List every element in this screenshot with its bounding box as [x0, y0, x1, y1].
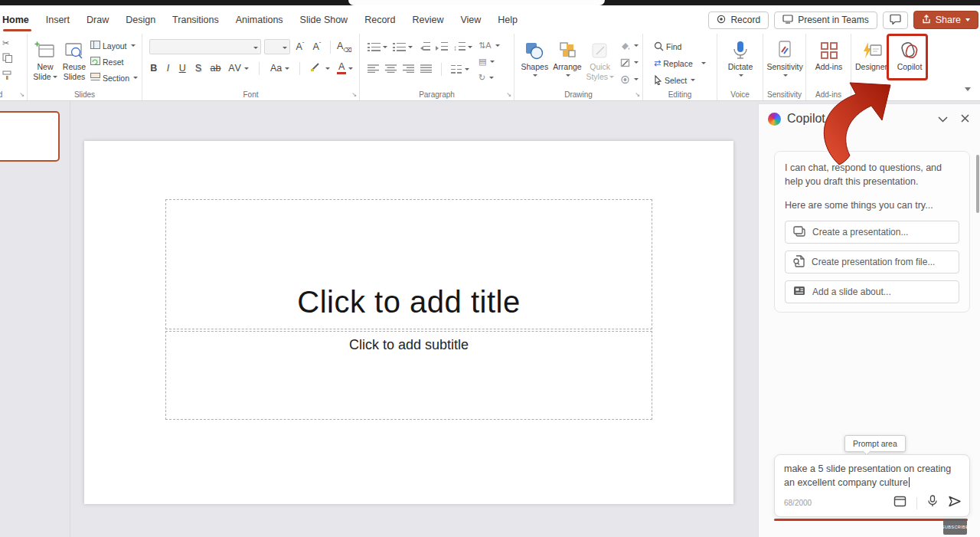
send-icon[interactable] [948, 496, 962, 510]
copy-icon[interactable] [2, 52, 27, 66]
tab-view[interactable]: View [452, 5, 489, 34]
dialog-launcher-icon[interactable]: ↘ [19, 92, 24, 98]
prompt-text: make a 5 slide presentation on creating … [784, 462, 960, 490]
slides-stack-icon [793, 226, 805, 239]
align-left-icon[interactable] [368, 62, 379, 76]
teams-screen-icon [782, 15, 793, 26]
strikethrough-button[interactable]: ab [210, 63, 222, 74]
tab-home[interactable]: Home [0, 5, 38, 34]
collapse-ribbon-icon[interactable] [965, 87, 971, 94]
shape-outline-button[interactable] [620, 57, 639, 68]
italic-button[interactable]: I [165, 63, 172, 74]
find-button[interactable]: Find [654, 41, 717, 52]
share-button[interactable]: Share [913, 11, 978, 29]
subscribe-overlay-button[interactable]: SUBSCRIBE [943, 519, 967, 535]
suggestion-add-slide-about[interactable]: Add a slide about... [785, 280, 959, 303]
chevron-down-icon [609, 76, 614, 80]
chevron-down-icon [408, 46, 413, 51]
slide-thumbnail[interactable] [0, 111, 60, 162]
quick-styles-button[interactable]: Quick Styles [584, 38, 616, 88]
reset-button[interactable]: Reset [90, 56, 138, 67]
prompt-input-box[interactable]: make a 5 slide presentation on creating … [774, 454, 970, 517]
tab-animations[interactable]: Animations [227, 5, 292, 34]
cut-icon[interactable]: ✂ [2, 38, 27, 48]
shape-fill-button[interactable] [620, 40, 639, 51]
font-color-button[interactable]: A [337, 62, 346, 74]
panel-scrollbar[interactable] [976, 155, 979, 213]
grow-font-button[interactable]: Aˆ [293, 41, 307, 52]
line-spacing-icon[interactable]: ↕ [453, 42, 466, 52]
new-slide-button[interactable]: New Slide [32, 38, 58, 88]
tab-transitions[interactable]: Transitions [164, 5, 227, 34]
reuse-slides-button[interactable]: Reuse Slides [61, 38, 87, 88]
tab-review[interactable]: Review [403, 5, 452, 34]
search-box[interactable] [348, 0, 605, 5]
tab-draw[interactable]: Draw [78, 5, 117, 34]
text-shadow-button[interactable]: S [194, 63, 203, 74]
tab-help[interactable]: Help [489, 5, 526, 34]
subtitle-placeholder[interactable]: Click to add subtitle [165, 331, 652, 420]
copilot-try-text: Here are some things you can try... [785, 198, 959, 212]
justify-icon[interactable] [420, 62, 432, 76]
quick-styles-label-line2: Styles [586, 72, 608, 82]
ribbon-group-font: Aˆ Aˇ A⌫ B I U S ab AV Aa A [142, 34, 360, 100]
font-size-combo[interactable] [264, 39, 290, 54]
underline-button[interactable]: U [178, 63, 187, 74]
character-spacing-button[interactable]: AV [228, 63, 242, 74]
comments-button[interactable] [883, 11, 908, 29]
text-direction-button[interactable]: ⇅A [479, 40, 500, 51]
close-panel-icon[interactable] [961, 112, 969, 126]
copilot-logo-icon [768, 113, 781, 126]
ribbon-group-paragraph: ↕ ⇅A ▤ ↻ Paragraph [360, 34, 514, 100]
align-text-button[interactable]: ▤ [479, 56, 500, 67]
suggestion-create-presentation[interactable]: Create a presentation... [785, 221, 959, 244]
change-case-button[interactable]: Aa [270, 63, 283, 74]
replace-button[interactable]: ⇄Replace [654, 57, 717, 69]
sensitivity-button[interactable]: Sensitivity [766, 38, 802, 88]
bullets-icon[interactable] [371, 43, 381, 51]
dialog-launcher-icon[interactable]: ↘ [351, 92, 357, 98]
arrange-button[interactable]: Arrange [552, 38, 583, 88]
shape-effects-button[interactable] [620, 74, 639, 85]
group-label-font: Font [142, 90, 359, 99]
tab-design[interactable]: Design [117, 5, 164, 34]
shapes-icon [524, 39, 544, 62]
group-label-voice: Voice [717, 90, 763, 99]
dialog-launcher-icon[interactable]: ↘ [506, 92, 511, 98]
prompt-gallery-icon[interactable] [893, 496, 906, 510]
tab-slide-show[interactable]: Slide Show [292, 5, 357, 34]
tab-record[interactable]: Record [356, 5, 403, 34]
collapse-panel-icon[interactable] [938, 112, 948, 126]
align-center-icon[interactable] [385, 62, 397, 76]
clear-formatting-button[interactable]: A⌫ [337, 41, 351, 54]
select-button[interactable]: Select [654, 74, 717, 86]
tab-insert[interactable]: Insert [38, 5, 78, 34]
title-placeholder[interactable]: Click to add title [165, 199, 652, 329]
layout-button[interactable]: Layout [90, 40, 138, 51]
shrink-font-button[interactable]: Aˇ [310, 41, 324, 52]
record-button[interactable]: Record [708, 11, 769, 29]
suggestion-create-from-file[interactable]: Create presentation from file... [785, 250, 959, 273]
highlight-pen-icon[interactable] [310, 61, 322, 75]
microphone-icon[interactable] [927, 495, 938, 511]
dialog-launcher-icon[interactable]: ↘ [635, 92, 640, 98]
decrease-indent-icon[interactable] [418, 40, 430, 54]
font-name-combo[interactable] [149, 39, 261, 54]
dictate-button[interactable]: Dictate [724, 38, 756, 88]
columns-icon[interactable] [451, 65, 462, 74]
section-button[interactable]: Section [90, 72, 138, 83]
chevron-down-icon [325, 67, 330, 72]
prompt-highlight-underline [774, 519, 968, 521]
present-in-teams-button[interactable]: Present in Teams [774, 11, 877, 29]
replace-label: Replace [663, 59, 693, 68]
increase-indent-icon[interactable] [436, 40, 448, 54]
bold-button[interactable]: B [149, 63, 158, 74]
format-painter-icon[interactable] [2, 70, 27, 83]
convert-to-smartart-button[interactable]: ↻ [479, 72, 500, 83]
align-right-icon[interactable] [403, 62, 414, 76]
shapes-button[interactable]: Shapes [519, 38, 550, 88]
new-slide-label-line2: Slide [33, 72, 51, 82]
chevron-down-icon [489, 77, 494, 81]
numbering-icon[interactable] [397, 43, 406, 51]
arrange-label: Arrange [553, 62, 581, 72]
